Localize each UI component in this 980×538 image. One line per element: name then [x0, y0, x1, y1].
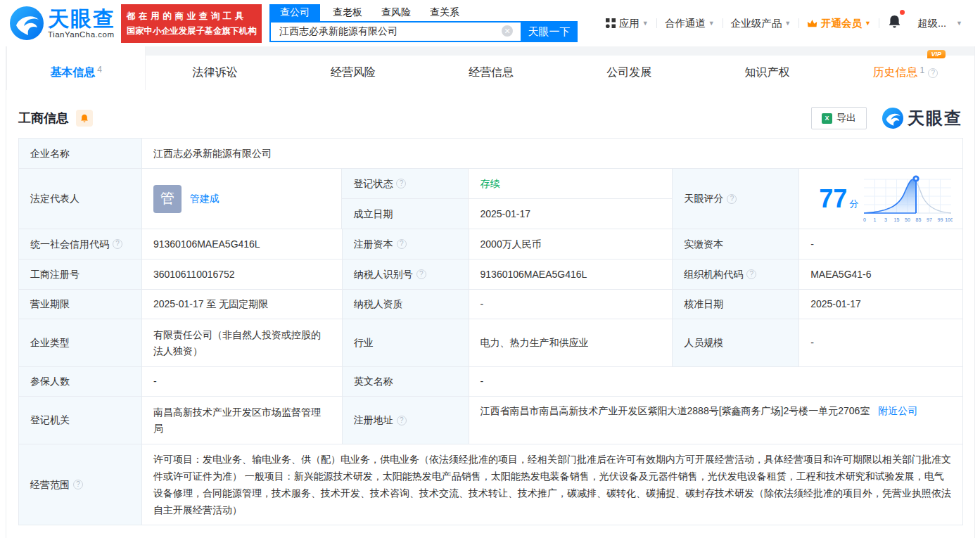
nav-enterprise-products[interactable]: 企业级产品 ▼ [723, 17, 798, 30]
export-button[interactable]: X 导出 [811, 107, 867, 129]
table-row: 登记机关 南昌高新技术产业开发区市场监督管理局 注册地址 ? 江西省南昌市南昌高… [19, 397, 963, 444]
field-label: 企业类型 [19, 319, 142, 367]
field-label: 纳税人资质 [343, 290, 469, 319]
tab-label: 法律诉讼 [192, 65, 237, 80]
search-tab-relation[interactable]: 查关系 [430, 4, 459, 21]
logo-title: 天眼查 [48, 8, 115, 30]
table-subrow: 登记状态 ? 存续 [342, 169, 673, 199]
nearby-companies-link[interactable]: 附近公司 [878, 405, 917, 416]
search-input[interactable] [269, 21, 521, 42]
nav-open-vip-label: 开通会员 [821, 17, 862, 30]
table-row: 企业名称 江西志必承新能源有限公司 [19, 139, 963, 169]
slogan-line1: 都在用的商业查询工具 [127, 9, 256, 24]
avatar: 管 [153, 185, 182, 213]
legal-rep-link[interactable]: 管建成 [190, 191, 219, 207]
field-label: 企业名称 [19, 139, 142, 169]
vip-badge: VIP [927, 50, 946, 58]
reg-address-cell: 江西省南昌市南昌高新技术产业开发区紫阳大道2888号[紫鑫商务广场]2号楼一单元… [469, 397, 963, 444]
field-label: 英文名称 [343, 367, 469, 397]
watermark-brand: 天眼查 [882, 107, 962, 129]
legal-rep-cell: 管 管建成 [142, 169, 343, 229]
field-label: 组织机构代码 ? [673, 260, 799, 290]
reg-capital-value: 2000万人民币 [469, 229, 673, 260]
tianyancha-swirl-icon [10, 6, 44, 40]
tab-history-info[interactable]: VIP 历史信息 1 ? [836, 46, 974, 90]
excel-icon: X [822, 113, 832, 124]
help-icon[interactable]: ? [416, 269, 426, 279]
field-label: 成立日期 [342, 199, 469, 229]
help-icon[interactable]: ? [73, 480, 83, 489]
field-label: 参保人数 [19, 367, 142, 397]
bell-icon [888, 15, 901, 29]
help-icon[interactable]: ? [397, 416, 407, 425]
search-tab-company[interactable]: 查公司 [269, 4, 320, 21]
slogan-badge: 都在用的商业查询工具 国家中小企业发展子基金旗下机构 [121, 4, 262, 43]
help-icon[interactable]: ? [727, 194, 737, 204]
insured-count-value: - [142, 367, 343, 397]
table-row: 营业期限 2025-01-17 至 无固定期限 纳税人资质 - 核准日期 202… [19, 290, 963, 319]
field-label: 注册资本 ? [343, 229, 469, 260]
est-date-value: 2025-01-17 [469, 199, 673, 229]
tab-operation-risk[interactable]: 经营风险 [284, 46, 422, 90]
tianyancha-swirl-icon [882, 108, 903, 129]
business-scope-value: 许可项目：发电业务、输电业务、供（配）电业务，供电业务（依法须经批准的项目，经相… [142, 444, 963, 525]
score-distribution-chart: 0 1 3 15 50 85 97 99 100 [863, 174, 953, 224]
field-label: 法定代表人 [19, 169, 142, 229]
taxpayer-id-value: 91360106MAEA5G416L [469, 260, 673, 290]
chevron-down-icon: ▼ [708, 20, 715, 27]
tab-basic-info[interactable]: 基本信息 4 [6, 46, 146, 90]
svg-text:0: 0 [863, 217, 866, 222]
nav-apps-label: 应用 [619, 17, 639, 30]
search-button[interactable]: 天眼一下 [521, 21, 578, 42]
field-label: 天眼评分 ? [673, 169, 799, 229]
tab-legal-litigation[interactable]: 法律诉讼 [146, 46, 284, 90]
tab-label: 公司发展 [606, 65, 651, 80]
tab-count: 4 [97, 65, 102, 75]
nav-enterprise-label: 企业级产品 [731, 17, 782, 30]
help-icon[interactable]: ? [397, 239, 407, 249]
svg-text:1: 1 [874, 217, 877, 222]
page-container: 基本信息 4 法律诉讼 经营风险 经营信息 公司发展 知识产权 VIP 历史信息… [6, 46, 975, 538]
clear-search-icon[interactable]: ✕ [502, 25, 513, 37]
help-icon[interactable]: ? [746, 269, 756, 279]
field-label: 登记状态 ? [342, 169, 469, 199]
search-tab-boss[interactable]: 查老板 [333, 4, 362, 21]
staff-size-value: - [799, 319, 963, 367]
table-row: 参保人数 - 英文名称 - [19, 367, 963, 397]
help-icon[interactable]: ? [113, 239, 122, 249]
english-name-value: - [469, 367, 963, 397]
field-label: 登记机关 [19, 397, 142, 444]
field-label: 经营范围 ? [19, 444, 142, 525]
tab-intellectual-property[interactable]: 知识产权 [698, 46, 836, 90]
apps-grid-icon [606, 18, 616, 28]
top-nav: 应用 ▼ 合作通道 ▼ 企业级产品 ▼ 开通会员 ▼ [598, 0, 970, 46]
nav-apps[interactable]: 应用 ▼ [598, 17, 656, 30]
svg-text:85: 85 [916, 217, 922, 222]
table-row: 法定代表人 管 管建成 登记状态 ? 存续 成立日期 2025-01-17 [19, 169, 963, 229]
tab-operation-info[interactable]: 经营信息 [422, 46, 560, 90]
tab-label: 经营风险 [331, 65, 376, 80]
tab-company-development[interactable]: 公司发展 [560, 46, 698, 90]
table-subrow: 成立日期 2025-01-17 [342, 199, 673, 229]
bell-icon [80, 114, 89, 123]
tianyancha-logo[interactable]: 天眼查 TianYanCha.com [10, 6, 115, 40]
field-label: 营业期限 [19, 290, 142, 319]
help-icon[interactable]: ? [396, 179, 406, 188]
subscribe-bell-button[interactable] [76, 110, 93, 127]
field-label: 注册地址 ? [343, 397, 469, 444]
chevron-down-icon: ▼ [865, 20, 871, 27]
search-tab-risk[interactable]: 查风险 [381, 4, 411, 21]
svg-text:50: 50 [905, 217, 910, 222]
nav-super-vip[interactable]: 超级... ▼ [910, 17, 970, 30]
crown-icon [807, 19, 817, 28]
reg-status-value: 存续 [469, 169, 673, 199]
field-label: 统一社会信用代码 ? [19, 229, 142, 260]
notifications-bell[interactable] [879, 15, 910, 32]
help-icon[interactable]: ? [928, 68, 938, 78]
nav-partners[interactable]: 合作通道 ▼ [657, 17, 723, 30]
section-header: 工商信息 X 导出 天眼查 [6, 90, 974, 138]
score-cell: 77 分 [799, 169, 963, 229]
nav-open-vip[interactable]: 开通会员 ▼ [799, 17, 879, 30]
field-label: 纳税人识别号 ? [343, 260, 469, 290]
tab-count: 1 [919, 65, 924, 75]
